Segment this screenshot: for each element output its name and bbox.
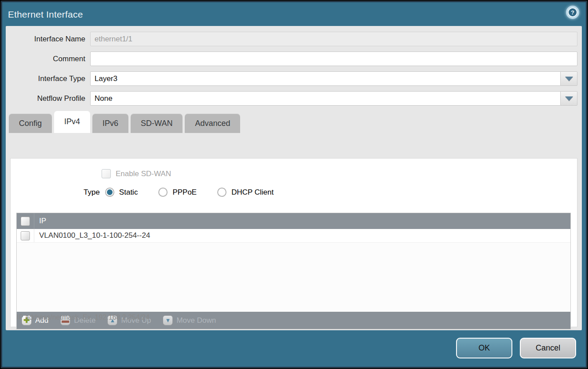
type-radio-group: Type Static PPPoE DHCP Client <box>84 188 577 197</box>
row-checkbox-cell <box>17 229 34 242</box>
interface-type-dropdown-button[interactable] <box>561 71 577 86</box>
enable-sdwan-row: Enable SD-WAN <box>102 169 577 178</box>
chevron-down-icon <box>565 77 573 81</box>
dialog-content: Interface Name Comment Interface Type La… <box>6 26 582 330</box>
radio-static-label[interactable]: Static <box>119 188 138 197</box>
dialog-footer: OK Cancel <box>456 338 576 358</box>
netflow-profile-label: Netflow Profile <box>6 94 90 103</box>
radio-pppoe-label[interactable]: PPPoE <box>172 188 197 197</box>
radio-pppoe[interactable] <box>158 188 168 197</box>
comment-field[interactable] <box>90 52 577 66</box>
ip-row-value[interactable]: VLAN0100_L3_10-1-100-254--24 <box>34 231 150 240</box>
radio-static[interactable] <box>105 188 114 197</box>
select-all-cell <box>17 213 34 229</box>
tab-advanced[interactable]: Advanced <box>185 114 240 133</box>
tab-config[interactable]: Config <box>9 114 52 133</box>
tab-ipv6[interactable]: IPv6 <box>92 114 128 133</box>
interface-name-row: Interface Name <box>6 32 577 46</box>
interface-type-row: Interface Type Layer3 <box>6 71 577 86</box>
ok-button[interactable]: OK <box>456 338 512 358</box>
row-checkbox[interactable] <box>21 231 30 240</box>
tab-strip: Config IPv4 IPv6 SD-WAN Advanced <box>6 111 582 133</box>
interface-type-select[interactable]: Layer3 <box>90 71 561 86</box>
comment-label: Comment <box>6 55 90 63</box>
interface-type-label: Interface Type <box>6 74 90 83</box>
comment-row: Comment <box>6 52 577 66</box>
tab-ipv4[interactable]: IPv4 <box>54 111 90 133</box>
interface-name-field <box>90 32 577 46</box>
interface-name-label: Interface Name <box>6 35 90 44</box>
ethernet-interface-dialog: Ethernet Interface ? Interface Name Comm… <box>0 0 588 369</box>
move-down-icon: ▼ <box>163 315 173 325</box>
enable-sdwan-label: Enable SD-WAN <box>116 170 171 178</box>
ipv4-tab-panel: Enable SD-WAN Type Static PPPoE DHCP Cli… <box>10 158 577 327</box>
type-label: Type <box>84 188 100 197</box>
dialog-title: Ethernet Interface <box>3 9 83 20</box>
ip-format-hint: IP address/netmask. Ex. 192.168.2.254/24 <box>17 314 150 321</box>
table-empty-area <box>17 243 570 312</box>
tab-sdwan[interactable]: SD-WAN <box>131 114 183 133</box>
select-all-checkbox[interactable] <box>21 217 30 226</box>
interface-form: Interface Name Comment Interface Type La… <box>6 26 582 106</box>
ip-table: IP VLAN0100_L3_10-1-100-254--24 ✚ Add ▬ <box>16 213 571 329</box>
help-icon[interactable]: ? <box>566 6 579 19</box>
move-down-button-label: Move Down <box>176 316 216 325</box>
netflow-profile-dropdown-button[interactable] <box>561 91 577 106</box>
table-row[interactable]: VLAN0100_L3_10-1-100-254--24 <box>17 229 570 243</box>
netflow-profile-row: Netflow Profile None <box>6 91 577 106</box>
netflow-profile-select[interactable]: None <box>90 91 561 106</box>
dialog-titlebar: Ethernet Interface ? <box>3 3 585 26</box>
radio-dhcp-client[interactable] <box>217 188 226 197</box>
ip-column-header: IP <box>34 217 46 225</box>
ip-table-header: IP <box>17 213 570 229</box>
cancel-button[interactable]: Cancel <box>520 338 576 358</box>
move-down-button[interactable]: ▼ Move Down <box>163 315 216 325</box>
radio-dhcp-client-label[interactable]: DHCP Client <box>231 188 274 197</box>
chevron-down-icon <box>565 96 573 101</box>
enable-sdwan-checkbox <box>102 169 111 178</box>
